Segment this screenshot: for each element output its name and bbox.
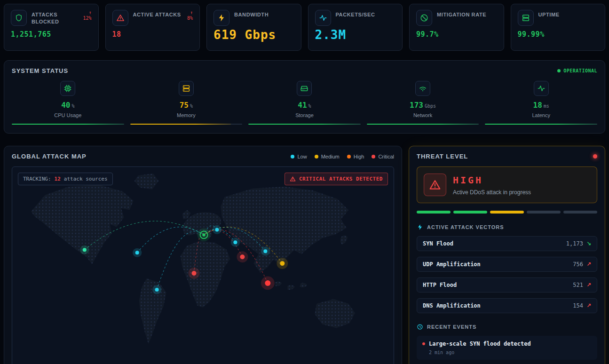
metric-value: 173: [410, 101, 423, 110]
event-item: Large-scale SYN flood detected 2 min ago: [417, 336, 597, 360]
wifi-icon: [415, 81, 430, 96]
legend-item-low[interactable]: Low: [291, 154, 307, 159]
attack-vector-row: DNS Amplification 154↗: [417, 298, 597, 313]
metrics-row: 40% CPU Usage 75% Memory 41% Storage: [12, 81, 597, 125]
threat-meter-segment: [563, 211, 597, 214]
stat-card-packets-per-sec: PACKETS/SEC 2.3M: [308, 4, 403, 51]
world-map: TRACKING: 12 attack sources CRITICAL ATT…: [12, 166, 394, 364]
stats-row: ATTACKS BLOCKED ↑ 12% 1,251,765 ACTIVE A…: [4, 4, 605, 51]
operational-badge: OPERATIONAL: [557, 68, 597, 73]
ban-icon: [416, 10, 432, 26]
threat-indicator-dot: [593, 154, 597, 158]
threat-meter-segment: [527, 211, 561, 214]
stat-label: MITIGATION RATE: [437, 10, 497, 18]
threat-description: Active DDoS attack in progress: [453, 189, 531, 196]
trend-up-icon: ↑: [88, 10, 91, 15]
stat-card-bandwidth: BANDWIDTH 619 Gbps: [206, 4, 301, 51]
metric-label: Storage: [248, 112, 361, 118]
stat-label: PACKETS/SEC: [336, 10, 396, 18]
status-dot: [557, 69, 561, 72]
threat-meter-segment: [417, 211, 451, 214]
stat-card-mitigation-rate: MITIGATION RATE 99.7%: [409, 4, 504, 51]
stat-card-active-attacks: ACTIVE ATTACKS ↑ 8% 18: [105, 4, 200, 51]
metric-bar: [248, 124, 361, 125]
stat-label: BANDWIDTH: [234, 10, 294, 18]
metric-label: Network: [367, 112, 479, 118]
world-map-svg: [12, 167, 394, 364]
metric-value: 75: [180, 101, 189, 110]
hard-drive-icon: [297, 81, 312, 96]
attack-vector-row: SYN Flood 1,173↘: [417, 236, 597, 251]
stat-card-uptime: UPTIME 99.99%: [511, 4, 606, 51]
threat-level-value: HIGH: [453, 174, 531, 186]
global-attack-map-panel: GLOBAL ATTACK MAP Low Medium High Critic…: [4, 146, 402, 364]
legend-item-high[interactable]: High: [347, 154, 364, 159]
map-title: GLOBAL ATTACK MAP: [12, 153, 87, 160]
metric-cpu: 40% CPU Usage: [12, 81, 124, 125]
clock-icon: [417, 324, 423, 330]
legend-item-critical[interactable]: Critical: [372, 154, 394, 159]
metric-label: CPU Usage: [12, 112, 124, 118]
critical-attacks-badge: CRITICAL ATTACKS DETECTED: [285, 173, 388, 185]
server-icon: [518, 10, 534, 26]
stat-label: UPTIME: [538, 10, 599, 18]
metric-latency: 18ms Latency: [485, 81, 597, 125]
trend-up-icon: ↗: [586, 302, 591, 309]
activity-icon: [315, 10, 331, 26]
tracking-badge: TRACKING: 12 attack sources: [18, 173, 113, 185]
alert-triangle-icon: [290, 176, 296, 182]
legend-dot: [347, 155, 351, 158]
memory-icon: [179, 81, 194, 96]
metric-unit: ms: [544, 103, 549, 109]
metric-storage: 41% Storage: [248, 81, 361, 125]
activity-icon: [534, 81, 549, 96]
metric-bar: [367, 124, 479, 125]
alert-triangle-icon: [112, 10, 128, 26]
severity-legend: Low Medium High Critical: [291, 154, 394, 159]
attack-vector-row: UDP Amplification 756↗: [417, 257, 597, 272]
metric-unit: %: [308, 103, 311, 109]
threat-meter-segment: [490, 211, 524, 214]
metric-unit: %: [190, 103, 193, 109]
metric-bar: [485, 124, 597, 125]
legend-dot: [372, 155, 375, 158]
ddos-dashboard: ATTACKS BLOCKED ↑ 12% 1,251,765 ACTIVE A…: [0, 0, 609, 364]
threat-title: THREAT LEVEL: [417, 153, 468, 160]
system-status-panel: SYSTEM STATUS OPERATIONAL 40% CPU Usage …: [4, 60, 605, 134]
trend-down-icon: ↘: [586, 240, 591, 247]
stat-value: 99.99%: [518, 30, 599, 39]
alert-triangle-icon: [424, 174, 446, 196]
metric-value: 18: [533, 101, 542, 110]
zap-icon: [417, 224, 423, 230]
trend-up-icon: ↗: [586, 261, 591, 268]
legend-item-medium[interactable]: Medium: [315, 154, 340, 159]
attack-vectors-header: ACTIVE ATTACK VECTORS: [417, 224, 597, 230]
stat-label: ATTACKS BLOCKED: [32, 10, 78, 26]
stat-value: 2.3M: [315, 28, 396, 42]
threat-meter: [417, 211, 597, 214]
bolt-icon: [214, 10, 229, 26]
metric-value: 40: [61, 101, 70, 110]
legend-dot: [291, 155, 294, 158]
attack-vector-row: HTTP Flood 521↗: [417, 277, 597, 293]
event-time: 2 min ago: [429, 350, 592, 355]
stat-change: ↑ 12%: [83, 10, 91, 21]
threat-level-panel: THREAT LEVEL HIGH Active DDoS attack in …: [409, 146, 605, 364]
metric-label: Latency: [485, 112, 597, 118]
stat-value: 18: [112, 30, 193, 39]
metric-unit: Gbps: [425, 103, 436, 109]
metric-value: 41: [298, 101, 307, 110]
cpu-icon: [60, 81, 75, 96]
system-status-title: SYSTEM STATUS: [12, 67, 68, 74]
stat-card-attacks-blocked: ATTACKS BLOCKED ↑ 12% 1,251,765: [4, 4, 99, 51]
metric-network: 173Gbps Network: [367, 81, 479, 125]
trend-up-icon: ↑: [190, 10, 193, 15]
metric-label: Memory: [130, 112, 243, 118]
trend-up-icon: ↗: [586, 282, 591, 288]
metric-unit: %: [71, 103, 74, 109]
stat-change: ↑ 8%: [187, 10, 193, 21]
threat-alert-box: HIGH Active DDoS attack in progress: [417, 166, 597, 203]
shield-icon: [11, 10, 27, 26]
recent-events-header: RECENT EVENTS: [417, 324, 597, 330]
metric-bar: [12, 124, 124, 125]
